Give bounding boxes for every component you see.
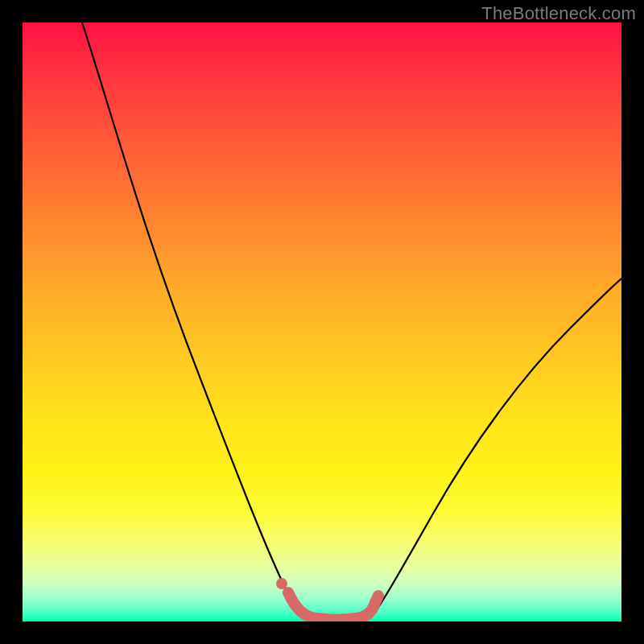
- chart-plot-area: [23, 23, 621, 621]
- watermark-text: TheBottleneck.com: [481, 3, 636, 24]
- right-curve: [370, 279, 621, 618]
- bottom-accent: [288, 592, 378, 620]
- left-curve: [82, 23, 306, 618]
- accent-dot: [276, 578, 287, 589]
- chart-curves: [23, 23, 621, 621]
- chart-frame: TheBottleneck.com: [0, 0, 644, 644]
